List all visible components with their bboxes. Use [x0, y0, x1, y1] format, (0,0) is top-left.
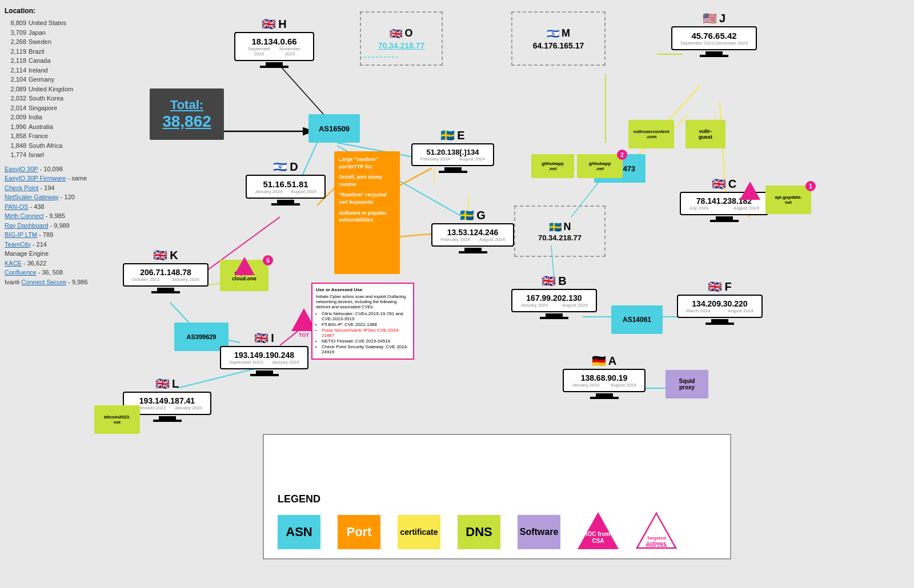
- node-F: 🇬🇧 F 134.209.30.220 March 2024 August 20…: [677, 280, 763, 325]
- node-K-ip: 206.71.148.78: [130, 268, 202, 277]
- node-H-date-end: November 2023: [275, 46, 305, 57]
- sidebar: Location: 8,809United States 3,709Japan …: [5, 6, 130, 287]
- node-G: 🇸🇪 G 13.53.124.246 February 2024 August …: [431, 208, 514, 253]
- node-A-ip: 138.68.90.19: [570, 373, 639, 382]
- teamcity-link[interactable]: TeamCity: [5, 241, 31, 248]
- main-container: 🌐 Location: 8,809United States 3,709Japa…: [0, 0, 914, 588]
- legend-dns: DNS: [458, 515, 500, 549]
- easyio-link[interactable]: EasyIO 30P: [5, 166, 38, 172]
- node-J-date-end: December 2023: [715, 41, 748, 46]
- svg-line-1: [280, 66, 328, 120]
- panos-link[interactable]: PAN-OS: [5, 203, 28, 210]
- node-K: 🇬🇧 K 206.71.148.78 October 2023 January …: [123, 248, 209, 293]
- mirth-link[interactable]: Mirth Connect: [5, 212, 43, 219]
- connect-secure-link[interactable]: Connect Secure: [21, 279, 66, 285]
- node-G-date-end: August 2024: [479, 237, 505, 242]
- node-E-date-start: February 2024: [420, 156, 450, 162]
- api-gupdate-sticky: api.gupdate.net 1: [765, 186, 811, 214]
- ioc-triangle-C: [740, 182, 760, 200]
- bitcoin-sticky: bitcoin2023.net: [94, 405, 140, 434]
- node-M: 🇮🇱 M 64.176.165.17: [511, 11, 606, 66]
- node-O-ip: 70.34.218.77: [378, 41, 425, 50]
- node-O: 🇬🇧 O 70.34.218.77: [360, 11, 443, 66]
- legend-ioc-filled: IOC fromCSA: [578, 512, 619, 549]
- asn-14061: AS14061: [611, 305, 663, 334]
- sidebar-title: Location:: [5, 6, 130, 16]
- info-box: Use or Assessed Use Initiate Cyber actor…: [311, 283, 414, 360]
- vultrguest-sticky: vultr-guest: [686, 120, 725, 148]
- node-D-ip: 51.16.51.81: [252, 179, 319, 189]
- legend-port: Port: [338, 515, 380, 549]
- asn-16509: AS16509: [308, 114, 360, 143]
- node-D-date-start: January 2024: [255, 189, 282, 194]
- legend-title: LEGEND: [278, 493, 716, 505]
- node-B: 🇬🇧 B 167.99.202.130 January 2024 August …: [511, 274, 597, 319]
- total-box: Total: 38,862: [150, 88, 224, 140]
- legend-box: LEGEND ASN Port certificate DNS: [263, 434, 731, 559]
- legend-cert: certificate: [398, 515, 440, 549]
- node-M-ip: 64.176.165.17: [533, 41, 584, 50]
- netscaler-link[interactable]: NetScaler Gateway: [5, 194, 59, 200]
- node-J-date-start: September 2023: [680, 41, 714, 46]
- squid-proxy-sticky: Squidproxy: [666, 370, 708, 398]
- node-D-date-end: August 2024: [291, 189, 316, 194]
- node-F-ip: 134.209.30.220: [684, 299, 756, 308]
- kace-link[interactable]: KACE: [5, 260, 22, 267]
- node-D: 🇮🇱 D 51.16.51.81 January 2024 August 202…: [246, 160, 326, 206]
- sophos-badge: 5: [263, 255, 273, 265]
- ioc-triangle-sophos: [234, 257, 255, 275]
- node-A: 🇩🇪 A 138.68.90.19 January 2024 August 20…: [563, 354, 646, 399]
- node-N-ip: 70.34.218.77: [538, 233, 582, 242]
- node-H: 🇬🇧 H 18.134.0.66 September 2023 November…: [234, 17, 314, 68]
- sidebar-location-items: 8,809United States 3,709Japan 2,268Swede…: [5, 18, 130, 160]
- legend-software: Software: [518, 515, 560, 549]
- node-N: 🇸🇪 N 70.34.218.77: [514, 206, 606, 257]
- node-I-ip: 193.149.190.248: [227, 351, 302, 360]
- total-value: 38,862: [160, 112, 214, 131]
- node-B-ip: 167.99.202.130: [518, 293, 590, 303]
- node-J: 🇺🇸 J 45.76.65.42 September 2023 December…: [671, 11, 757, 57]
- sidebar-software: EasyIO 30P - 10,098 EasyIO 30P Firmware …: [5, 164, 130, 287]
- node-E: 🇸🇪 E 51.20.138[.]134 February 2024 Augus…: [411, 128, 494, 173]
- easyio-firmware-link[interactable]: EasyIO 30P Firmware: [5, 175, 66, 182]
- vultruse-sticky: vultrusercontent.com: [628, 120, 674, 148]
- node-H-date-start: September 2023: [243, 46, 275, 57]
- gthubapp-sticky: g/thubapp.net 2: [577, 154, 623, 178]
- githubapp-sticky: githubapp.net: [531, 154, 574, 178]
- node-E-ip: 51.20.138[.]134: [418, 148, 487, 156]
- total-label: Total:: [160, 98, 214, 112]
- legend-targeted-software: Targeted Software from CSA: [636, 512, 677, 549]
- node-E-date-end: August 2024: [459, 156, 485, 162]
- gthubapp-badge: 2: [617, 150, 627, 160]
- node-G-date-start: February 2024: [440, 237, 470, 242]
- ray-link[interactable]: Ray Dashboard: [5, 222, 48, 229]
- bigip-link[interactable]: BIG-IP LTM: [5, 231, 37, 238]
- svg-text:Targeted: Targeted: [647, 535, 666, 541]
- confluence-link[interactable]: Confluence: [5, 269, 37, 276]
- port-box: Large "random" port/HTTP list On/off, po…: [334, 151, 400, 274]
- node-L-ip: 193.149.187.41: [130, 396, 205, 405]
- node-J-ip: 45.76.65.42: [678, 31, 750, 41]
- api-gupdate-badge: 1: [805, 181, 816, 191]
- node-H-ip: 18.134.0.66: [241, 37, 307, 46]
- checkpoint-link[interactable]: Check Point: [5, 184, 38, 191]
- legend-asn: ASN: [278, 515, 320, 549]
- node-G-ip: 13.53.124.246: [438, 228, 507, 237]
